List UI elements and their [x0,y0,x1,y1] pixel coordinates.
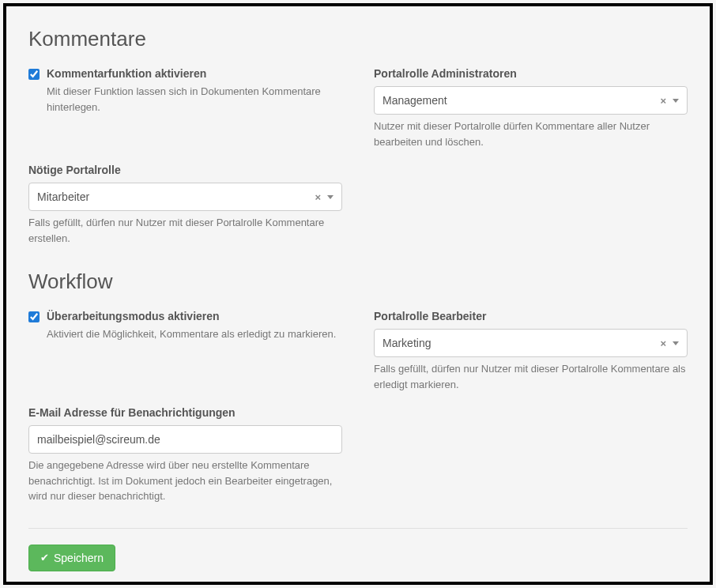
chevron-down-icon [673,99,679,103]
email-input[interactable] [28,425,342,454]
chevron-down-icon [673,341,679,345]
check-icon: ✔ [40,552,49,564]
enable-revision-help: Aktiviert die Möglichkeit, Kommentare al… [47,326,342,342]
email-label: E-Mail Adresse für Benachrichtigungen [28,406,342,419]
divider [28,528,688,529]
enable-revision-label: Überarbeitungsmodus aktivieren [47,310,342,322]
enable-comments-label: Kommentarfunktion aktivieren [47,67,342,80]
editor-role-label: Portalrolle Bearbeiter [374,310,688,322]
workflow-heading: Workflow [28,270,688,294]
editor-role-value: Marketing [382,337,660,349]
chevron-down-icon [327,195,334,199]
comments-heading: Kommentare [28,27,688,51]
required-role-value: Mitarbeiter [37,190,315,203]
email-help: Die angegebene Adresse wird über neu ers… [28,458,342,504]
enable-comments-checkbox[interactable] [28,69,40,80]
admin-role-help: Nutzer mit dieser Portalrolle dürfen Kom… [374,119,688,149]
editor-role-help: Falls gefüllt, dürfen nur Nutzer mit die… [374,361,688,392]
required-role-select[interactable]: Mitarbeiter × [28,183,342,211]
enable-revision-checkbox[interactable] [28,311,40,322]
save-button-label: Speichern [54,552,104,564]
required-role-label: Nötige Portalrolle [28,164,342,176]
clear-icon[interactable]: × [660,337,666,349]
enable-comments-help: Mit dieser Funktion lassen sich in Dokum… [47,84,342,115]
save-button[interactable]: ✔ Speichern [28,545,115,571]
clear-icon[interactable]: × [315,191,321,203]
admin-role-value: Management [382,94,660,107]
required-role-help: Falls gefüllt, dürfen nur Nutzer mit die… [28,215,342,246]
clear-icon[interactable]: × [660,95,666,107]
admin-role-label: Portalrolle Administratoren [374,67,688,80]
editor-role-select[interactable]: Marketing × [374,329,688,357]
admin-role-select[interactable]: Management × [374,86,688,115]
